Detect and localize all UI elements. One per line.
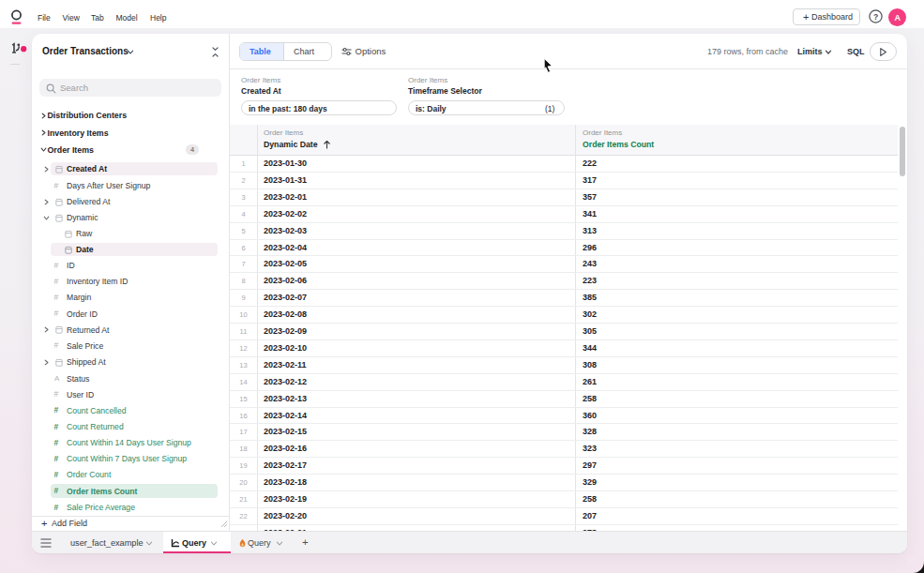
svg-text:?: ? [872, 12, 877, 22]
